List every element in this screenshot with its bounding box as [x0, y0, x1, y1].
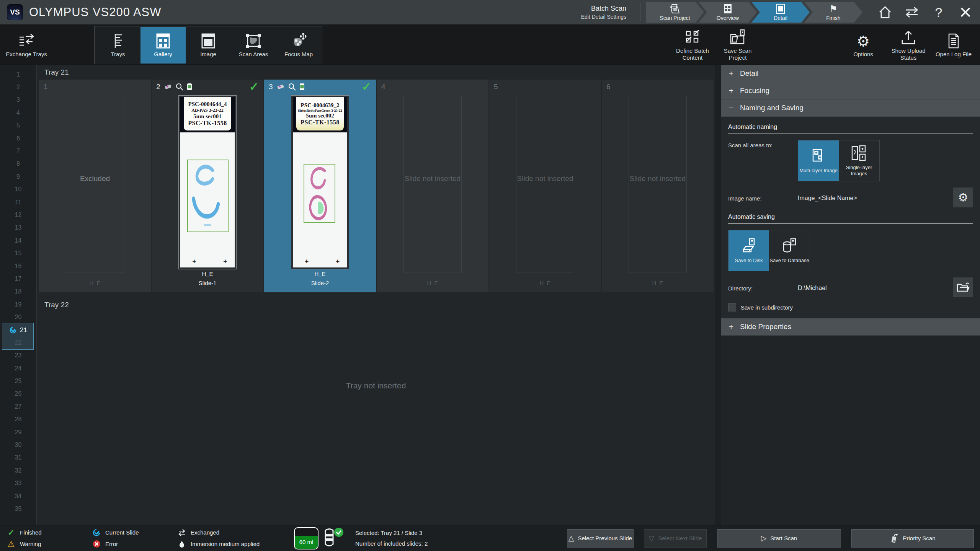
tray-list-item-1[interactable]: 1 [0, 68, 36, 81]
help-icon[interactable]: ? [931, 5, 946, 20]
exchange-trays-button[interactable]: Exchange Trays [4, 27, 49, 64]
tray-list-item-18[interactable]: 18 [0, 285, 36, 298]
scan-areas-button[interactable]: Scan Areas [231, 27, 276, 64]
slide-caption: H_E [652, 279, 663, 292]
browse-directory-button[interactable] [953, 277, 973, 297]
priority-scan-button[interactable]: Priority Scan [851, 529, 974, 548]
image-button[interactable]: Image [186, 27, 231, 64]
slide-tile-5[interactable]: 5 Slide not inserted H_E [489, 80, 601, 292]
slide-name: Slide-2 [311, 279, 329, 288]
save-to-database-button[interactable]: Save to Database [769, 230, 810, 271]
start-scan-button[interactable]: ▷ Start Scan [717, 529, 841, 548]
tray-number: 10 [15, 186, 22, 193]
tray-list-item-17[interactable]: 17 [0, 272, 36, 285]
scan-areas-label: Scan Areas [239, 51, 268, 58]
tray-list-item-4[interactable]: 4 [0, 106, 36, 119]
tray-list-item-2[interactable]: 2 [0, 81, 36, 93]
tray-list-item-24[interactable]: 24 [0, 362, 36, 375]
slide-tile-3-selected[interactable]: 3 ✓ PSC-0004 [264, 80, 376, 292]
slide-gallery: Tray 21 1 Excluded H_E 2 [37, 65, 715, 525]
home-icon[interactable] [877, 5, 893, 20]
accordion-detail[interactable]: + Detail [721, 65, 980, 82]
tray-list-item-7[interactable]: 7 [0, 145, 36, 157]
fiducial-mark: + [305, 258, 309, 265]
tray-list-item-3[interactable]: 3 [0, 94, 36, 106]
gallery-button[interactable]: Gallery [140, 27, 186, 64]
workflow-steps: Scan Project Overview Detail ⚑ Finish [646, 2, 862, 23]
tray-number: 33 [15, 480, 22, 487]
show-upload-status-button[interactable]: Show Upload Status [886, 27, 931, 64]
slide-caption: H_E Slide-2 [311, 269, 329, 292]
tray-list-item-27[interactable]: 27 [0, 400, 36, 413]
tray-list-item-21[interactable]: 21 [0, 324, 36, 336]
tray-list-item-26[interactable]: 26 [0, 388, 36, 400]
accordion-slide-properties[interactable]: + Slide Properties [721, 318, 980, 336]
tray-list-item-8[interactable]: 8 [0, 158, 36, 170]
tray-list-item-31[interactable]: 31 [0, 452, 36, 464]
tray-list-item-30[interactable]: 30 [0, 439, 36, 451]
label-line: PSC-0004639_2 [301, 102, 340, 109]
slide-tile-4[interactable]: 4 Slide not inserted H_E [377, 80, 488, 292]
tray-list-item-10[interactable]: 10 [0, 183, 36, 196]
tray-number: 3 [16, 96, 20, 103]
slide-tile-2[interactable]: 2 ✓ PSC-0004 [152, 80, 263, 292]
step-scan-project[interactable]: Scan Project [646, 2, 704, 23]
tray-list-item-33[interactable]: 33 [0, 477, 36, 490]
up-triangle-icon: △ [568, 535, 574, 542]
trays-button[interactable]: Trays [95, 27, 140, 64]
image-name-settings-button[interactable]: ⚙ [953, 187, 973, 207]
open-log-file-button[interactable]: Open Log File [931, 27, 976, 64]
step-overview[interactable]: Overview [699, 2, 757, 23]
tray-list-item-32[interactable]: 32 [0, 464, 36, 477]
tray-list-item-14[interactable]: 14 [0, 234, 36, 247]
step-detail[interactable]: Detail [751, 2, 810, 23]
select-next-slide-button[interactable]: ▽ Select Next Slide [644, 529, 707, 548]
accordion-focusing[interactable]: + Focusing [721, 82, 980, 99]
save-in-subdirectory-row[interactable]: Save in subdirectory [721, 303, 980, 316]
tray-list-item-20[interactable]: 20 [0, 311, 36, 323]
tray-list-item-22[interactable]: 22 [0, 336, 36, 349]
trays-label: Trays [111, 51, 125, 58]
tray-list-item-5[interactable]: 5 [0, 119, 36, 132]
slide-tile-6[interactable]: 6 Slide not inserted H_E [602, 80, 714, 292]
save-in-subdirectory-checkbox[interactable] [728, 303, 736, 311]
label-line: PSC-0004644_4 [188, 101, 227, 108]
tray-list-item-28[interactable]: 28 [0, 413, 36, 426]
tray-number-list: 1234567891011121314151617181920212223242… [0, 65, 37, 525]
tray-list-item-19[interactable]: 19 [0, 298, 36, 311]
transfer-icon[interactable] [904, 5, 920, 20]
options-button[interactable]: ⚙ Options [841, 27, 886, 64]
tray-list-item-13[interactable]: 13 [0, 222, 36, 234]
define-batch-content-button[interactable]: Define Batch Content [670, 27, 715, 64]
select-previous-slide-button[interactable]: △ Select Previous Slide [567, 529, 634, 548]
slide-status-text: Slide not inserted [516, 173, 574, 184]
view-button-group: Trays Gallery Image Scan Areas Focus Map [94, 26, 322, 64]
tray-list-item-12[interactable]: 12 [0, 209, 36, 221]
accordion-naming-saving[interactable]: − Naming and Saving [721, 99, 980, 117]
focus-map-button[interactable]: Focus Map [276, 27, 321, 64]
directory-value: D:\Michael [798, 283, 827, 292]
tray-list-item-9[interactable]: 9 [0, 170, 36, 183]
layer-choice-group: Multi-layer Image Single-layer Images [798, 140, 880, 181]
fiducial-mark: + [192, 258, 196, 265]
save-to-disk-button[interactable]: Save to Disk [728, 230, 769, 271]
settings-panel: + Detail + Focusing − Naming and Saving … [721, 65, 980, 525]
tray-list-item-6[interactable]: 6 [0, 132, 36, 145]
tray-list-item-25[interactable]: 25 [0, 375, 36, 387]
tray-list-item-29[interactable]: 29 [0, 426, 36, 439]
expand-icon: + [728, 69, 734, 78]
tissue-thumbnail [188, 160, 228, 231]
tray-list-item-16[interactable]: 16 [0, 260, 36, 272]
tray-list-item-23[interactable]: 23 [0, 349, 36, 362]
slide-tile-1[interactable]: 1 Excluded H_E [39, 80, 151, 292]
save-scan-project-button[interactable]: Save Scan Project [715, 27, 760, 64]
close-icon[interactable] [958, 5, 973, 20]
tray-list-item-15[interactable]: 15 [0, 247, 36, 259]
multi-layer-image-button[interactable]: Multi-layer Image [798, 140, 839, 181]
step-finish[interactable]: ⚑ Finish [804, 2, 862, 23]
tray-list-item-35[interactable]: 35 [0, 502, 36, 515]
label-line: PSC-TK-1558 [301, 119, 340, 126]
tray-list-item-34[interactable]: 34 [0, 490, 36, 502]
single-layer-images-button[interactable]: Single-layer Images [839, 140, 879, 181]
tray-list-item-11[interactable]: 11 [0, 196, 36, 209]
